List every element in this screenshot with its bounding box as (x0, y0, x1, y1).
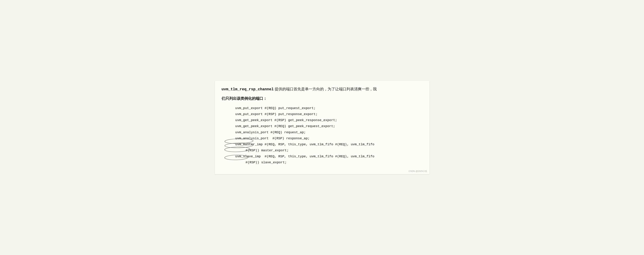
channel-class-name: uvm_tlm_req_rsp_channel (222, 87, 274, 92)
code-block: uvm_put_export #(REQ) put_request_export… (222, 105, 422, 166)
watermark: CSDN @2025小生 (409, 170, 428, 173)
code-line-2: uvm_put_export #(RSP) put_response_expor… (235, 111, 422, 117)
page-container: uvm_tlm_req_rsp_channel 提供的端口首先是单一方向的，为了… (215, 81, 430, 174)
code-line-1: uvm_put_export #(REQ) put_request_export… (235, 105, 422, 111)
code-line-7: uvm_master_imp #(REQ, RSP, this_type, uv… (235, 142, 422, 148)
intro-paragraph-line1: uvm_tlm_req_rsp_channel 提供的端口首先是单一方向的，为了… (222, 86, 422, 92)
code-line-8: #(RSP)) master_export; (235, 148, 422, 154)
code-line-9: uvm_slave_imp #(REQ, RSP, this_type, uvm… (235, 154, 422, 160)
intro-text-suffix: 提供的端口首先是单一方向的，为了让端口列表清爽一些，我 (274, 87, 377, 91)
code-line-3: uvm_get_peek_export #(RSP) get_peek_resp… (235, 117, 422, 123)
code-line-4: uvm_get_peek_export #(REQ) get_peek_requ… (235, 123, 422, 129)
code-line-10: #(RSP)) slave_export; (235, 160, 422, 166)
intro-paragraph-line2: 们只列出该类例化的端口： (222, 96, 422, 102)
code-line-6: uvm_analysis_port #(RSP) response_ap; (235, 136, 422, 142)
code-line-5: uvm_analysis_port #(REQ) request_ap; (235, 130, 422, 136)
